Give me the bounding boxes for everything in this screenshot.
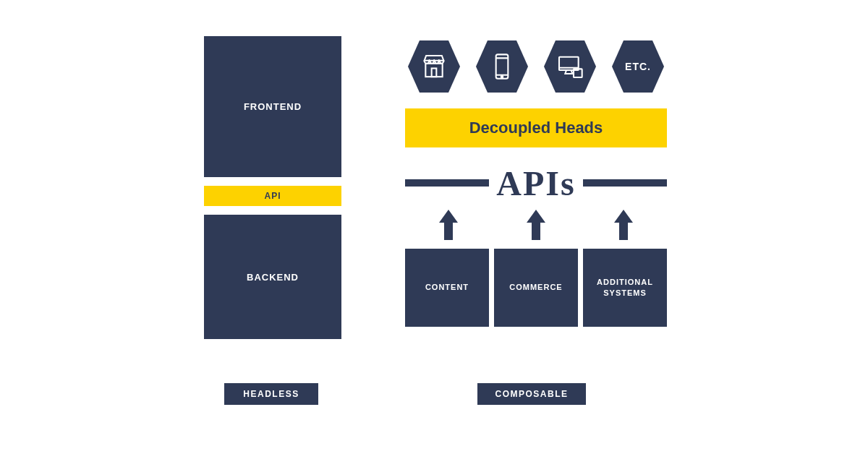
api-block: API <box>204 186 341 206</box>
arrow-row <box>405 210 667 240</box>
apis-line-right <box>583 179 667 187</box>
service-commerce: COMMERCE <box>494 249 578 327</box>
etc-label: ETC. <box>625 61 651 72</box>
service-content: CONTENT <box>405 249 489 327</box>
frontend-label: FRONTEND <box>204 36 341 177</box>
headless-column: FRONTEND API BACKEND <box>204 36 341 339</box>
arrow-up-icon <box>528 210 544 240</box>
svg-rect-0 <box>425 64 442 77</box>
services-row: CONTENT COMMERCE ADDITIONAL SYSTEMS <box>405 249 667 327</box>
etc-icon: ETC. <box>609 38 667 95</box>
composable-caption: COMPOSABLE <box>477 383 586 405</box>
service-additional: ADDITIONAL SYSTEMS <box>583 249 667 327</box>
mobile-svg <box>488 52 516 81</box>
arrow-up-icon <box>441 210 456 240</box>
backend-block: BACKEND <box>204 215 341 339</box>
decoupled-heads-label: Decoupled Heads <box>405 108 667 147</box>
storefront-svg <box>420 52 448 81</box>
frontend-block: FRONTEND <box>204 36 341 177</box>
svg-point-5 <box>501 76 503 78</box>
decoupled-heads-block: Decoupled Heads <box>405 108 667 147</box>
svg-rect-1 <box>432 69 437 77</box>
desktop-svg <box>556 52 584 81</box>
headless-caption: HEADLESS <box>224 383 318 405</box>
apis-label: APIs <box>496 163 575 203</box>
api-label: API <box>204 186 341 206</box>
heads-row: ETC. <box>405 38 667 95</box>
diagram-root: FRONTEND API BACKEND HEADLESS <box>0 0 868 454</box>
mobile-icon <box>473 38 531 95</box>
apis-divider: APIs <box>405 165 667 201</box>
apis-line-left <box>405 179 489 187</box>
storefront-icon <box>405 38 463 95</box>
composable-column: ETC. Decoupled Heads APIs CONTENT COMMER… <box>405 38 667 327</box>
arrow-up-icon <box>616 210 631 240</box>
desktop-icon <box>541 38 599 95</box>
backend-label: BACKEND <box>204 215 341 339</box>
